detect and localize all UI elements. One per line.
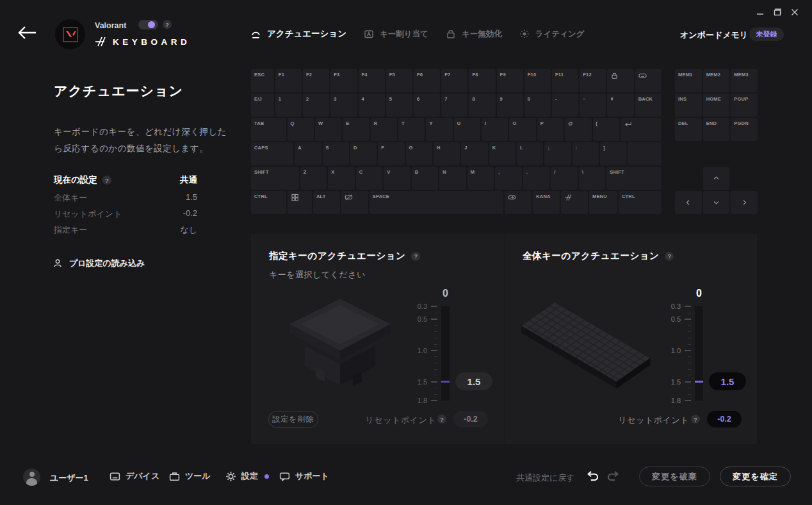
key-HOME[interactable]: HOME — [703, 94, 730, 117]
key-I[interactable]: I — [482, 118, 508, 141]
key-F[interactable]: F — [378, 142, 404, 165]
key-C[interactable]: C — [356, 167, 383, 190]
key-SHIFT[interactable]: SHIFT — [606, 167, 662, 190]
key-E/J[interactable]: E/J — [251, 94, 274, 117]
key-E[interactable]: E — [343, 118, 369, 141]
key-CTRL[interactable]: CTRL — [251, 191, 286, 214]
reset-point-value[interactable]: -0.2 — [453, 411, 488, 427]
lock-key[interactable] — [607, 69, 633, 92]
key-Z[interactable]: Z — [300, 167, 327, 190]
key-P[interactable]: P — [537, 118, 564, 141]
game-help-icon[interactable]: ? — [163, 20, 172, 29]
key-F5[interactable]: F5 — [386, 69, 412, 92]
key-@[interactable]: @ — [565, 118, 591, 141]
arrow-left-key[interactable] — [675, 191, 702, 214]
key-J[interactable]: J — [461, 142, 487, 165]
arrow-right-key[interactable] — [731, 191, 758, 214]
key-Q[interactable]: Q — [288, 118, 314, 141]
enter-key[interactable] — [621, 118, 662, 141]
footer-item-settings[interactable]: 設定 — [225, 470, 269, 482]
key-H[interactable]: H — [434, 142, 460, 165]
undo-button[interactable] — [585, 469, 599, 483]
key-W[interactable]: W — [315, 118, 341, 141]
close-button[interactable] — [789, 6, 800, 18]
key-F1[interactable]: F1 — [275, 69, 302, 92]
key-;[interactable]: ; — [544, 142, 571, 165]
key-SHIFT[interactable]: SHIFT — [251, 167, 299, 190]
key-ALT[interactable]: ALT — [313, 191, 340, 214]
key-enter-lower[interactable] — [628, 142, 662, 165]
key-0[interactable]: 0 — [524, 94, 551, 117]
discard-changes-button[interactable]: 変更を破棄 — [639, 467, 710, 486]
key--[interactable]: - — [552, 94, 578, 117]
actuation-slider[interactable] — [441, 306, 450, 401]
key-F6[interactable]: F6 — [414, 69, 440, 92]
key-[[interactable]: [ — [593, 118, 619, 141]
key-INS[interactable]: INS — [675, 94, 702, 117]
actuation-value[interactable]: 1.5 — [455, 372, 492, 390]
key-BACK[interactable]: BACK — [635, 94, 662, 117]
brand-key[interactable] — [561, 191, 588, 214]
avatar[interactable] — [55, 19, 85, 49]
key-F10[interactable]: F10 — [524, 69, 551, 92]
footer-item-tools[interactable]: ツール — [169, 470, 211, 482]
maximize-button[interactable] — [772, 6, 783, 18]
key-PGUP[interactable]: PGUP — [731, 94, 758, 117]
key-B[interactable]: B — [412, 167, 439, 190]
key-MEM3[interactable]: MEM3 — [731, 69, 758, 92]
key-5[interactable]: 5 — [386, 94, 412, 117]
status-badge[interactable]: 未登録 — [749, 28, 784, 41]
confirm-changes-button[interactable]: 変更を確定 — [720, 467, 791, 486]
actuation-slider[interactable] — [695, 306, 703, 401]
key-L[interactable]: L — [517, 142, 543, 165]
key-F7[interactable]: F7 — [441, 69, 467, 92]
key-A[interactable]: A — [295, 142, 321, 165]
key-CTRL[interactable]: CTRL — [619, 191, 662, 214]
tab-key-assign[interactable]: キー割り当て — [364, 29, 428, 40]
key-MEM2[interactable]: MEM2 — [703, 69, 730, 92]
key-O[interactable]: O — [509, 118, 535, 141]
key-ESC[interactable]: ESC — [251, 69, 274, 92]
key-V[interactable]: V — [384, 167, 410, 190]
reset-point-help-icon[interactable]: ? — [437, 415, 446, 424]
tab-actuation[interactable]: アクチュエーション — [250, 28, 346, 40]
reset-point-help-icon[interactable]: ? — [691, 415, 700, 424]
key-D[interactable]: D — [350, 142, 377, 165]
key-TAB[interactable]: TAB — [251, 118, 286, 141]
key-.[interactable]: . — [523, 167, 550, 190]
key-U[interactable]: U — [454, 118, 480, 141]
media-key[interactable] — [635, 69, 662, 92]
key-F3[interactable]: F3 — [330, 69, 357, 92]
key-END[interactable]: END — [703, 118, 730, 141]
key-KANA[interactable]: KANA — [533, 191, 560, 214]
muhenkan-key[interactable] — [341, 191, 368, 214]
key-:[interactable]: : — [572, 142, 599, 165]
key-SPACE[interactable]: SPACE — [369, 191, 503, 214]
key-N[interactable]: N — [439, 167, 466, 190]
load-pro-settings-button[interactable]: プロ設定の読み込み — [53, 258, 145, 269]
key-M[interactable]: M — [467, 167, 494, 190]
key-X[interactable]: X — [328, 167, 355, 190]
key-F4[interactable]: F4 — [359, 69, 385, 92]
key-F11[interactable]: F11 — [552, 69, 578, 92]
key-MENU[interactable]: MENU — [589, 191, 617, 214]
key-DEL[interactable]: DEL — [675, 118, 702, 141]
key-6[interactable]: 6 — [414, 94, 440, 117]
arrow-up-key[interactable] — [703, 167, 730, 190]
win-key[interactable] — [288, 191, 312, 214]
reset-point-value[interactable]: -0.2 — [707, 411, 742, 427]
key-R[interactable]: R — [371, 118, 397, 141]
key-7[interactable]: 7 — [441, 94, 467, 117]
key-F2[interactable]: F2 — [303, 69, 329, 92]
key-/[interactable]: / — [551, 167, 578, 190]
panel-help-icon[interactable]: ? — [665, 252, 674, 261]
key-9[interactable]: 9 — [497, 94, 523, 117]
key-G[interactable]: G — [406, 142, 432, 165]
key-][interactable]: ] — [600, 142, 626, 165]
key-PGDN[interactable]: PGDN — [731, 118, 758, 141]
tab-lighting[interactable]: ライティング — [519, 29, 585, 40]
key-K[interactable]: K — [489, 142, 516, 165]
key-,[interactable]: , — [495, 167, 522, 190]
user-avatar[interactable] — [23, 468, 40, 486]
restore-common-settings-button[interactable]: 共通設定に戻す — [516, 472, 575, 484]
